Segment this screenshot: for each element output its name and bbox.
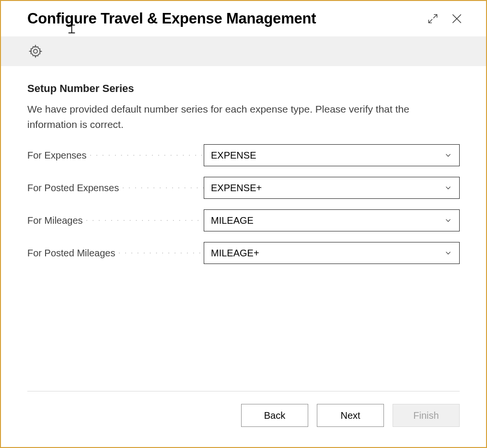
chevron-down-icon <box>444 249 452 257</box>
field-mileages-select[interactable]: MILEAGE <box>204 209 460 231</box>
chevron-down-icon <box>444 151 452 160</box>
window-title: Configure Travel & Expense Management ⌶ <box>27 10 418 27</box>
ribbon-bar <box>1 36 486 66</box>
field-mileages-row: For Mileages MILEAGE <box>27 209 460 231</box>
field-posted-expenses-select[interactable]: EXPENSE+ <box>204 177 460 199</box>
chevron-down-icon <box>444 216 452 225</box>
back-button[interactable]: Back <box>241 404 308 427</box>
field-posted-mileages-label: For Posted Mileages <box>27 248 204 259</box>
gear-icon[interactable] <box>27 43 44 59</box>
field-expenses-row: For Expenses EXPENSE <box>27 144 460 166</box>
field-expenses-value: EXPENSE <box>211 150 444 161</box>
field-mileages-label-text: For Mileages <box>27 215 83 226</box>
field-posted-mileages-value: MILEAGE+ <box>211 248 444 259</box>
field-posted-expenses-value: EXPENSE+ <box>211 183 444 194</box>
field-expenses-label-text: For Expenses <box>27 150 86 161</box>
wizard-footer: Back Next Finish <box>27 391 460 447</box>
chevron-down-icon <box>444 184 452 192</box>
section-title: Setup Number Series <box>27 82 460 95</box>
field-mileages-label: For Mileages <box>27 215 204 226</box>
next-button[interactable]: Next <box>317 404 384 427</box>
field-mileages-value: MILEAGE <box>211 215 444 226</box>
expand-icon[interactable] <box>424 10 442 28</box>
content-area: Setup Number Series We have provided def… <box>1 66 486 391</box>
field-expenses-label: For Expenses <box>27 150 204 161</box>
field-posted-expenses-label: For Posted Expenses <box>27 183 204 194</box>
field-posted-mileages-row: For Posted Mileages MILEAGE+ <box>27 242 460 264</box>
field-posted-expenses-label-text: For Posted Expenses <box>27 183 119 193</box>
field-posted-mileages-select[interactable]: MILEAGE+ <box>204 242 460 264</box>
field-posted-expenses-row: For Posted Expenses EXPENSE+ <box>27 177 460 199</box>
finish-button: Finish <box>393 404 460 427</box>
wizard-window: Configure Travel & Expense Management ⌶ … <box>0 0 487 448</box>
field-expenses-select[interactable]: EXPENSE <box>204 144 460 166</box>
field-posted-mileages-label-text: For Posted Mileages <box>27 248 115 258</box>
section-description: We have provided default number series f… <box>27 102 449 132</box>
titlebar: Configure Travel & Expense Management ⌶ <box>1 1 486 36</box>
svg-point-0 <box>34 49 37 53</box>
text-cursor-icon: ⌶ <box>69 23 75 34</box>
close-icon[interactable] <box>448 10 466 28</box>
